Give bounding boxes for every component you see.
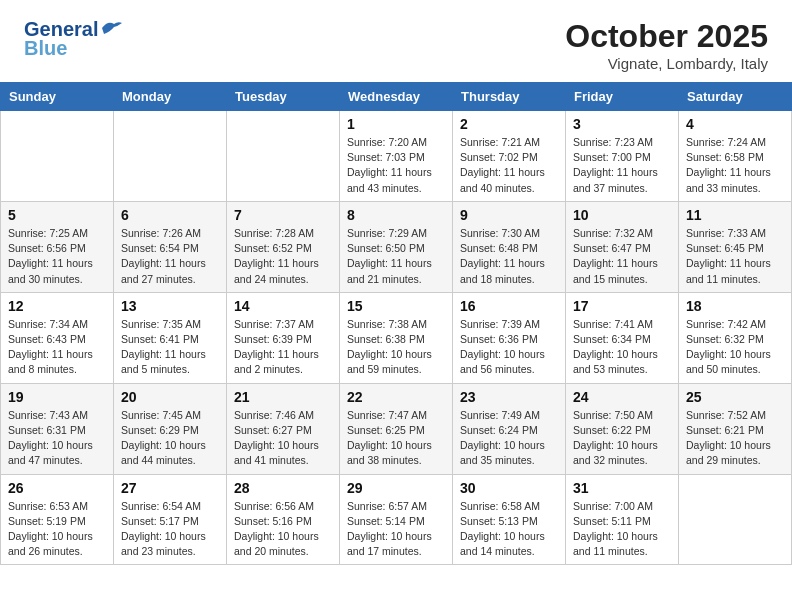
cell-info: Sunrise: 7:41 AM Sunset: 6:34 PM Dayligh… — [573, 317, 671, 378]
table-row: 3 Sunrise: 7:23 AM Sunset: 7:00 PM Dayli… — [566, 111, 679, 202]
cell-info: Sunrise: 7:37 AM Sunset: 6:39 PM Dayligh… — [234, 317, 332, 378]
table-row: 10 Sunrise: 7:32 AM Sunset: 6:47 PM Dayl… — [566, 201, 679, 292]
cell-info: Sunrise: 7:00 AM Sunset: 5:11 PM Dayligh… — [573, 499, 671, 560]
calendar-week-row: 19 Sunrise: 7:43 AM Sunset: 6:31 PM Dayl… — [1, 383, 792, 474]
col-friday: Friday — [566, 83, 679, 111]
cell-info: Sunrise: 6:58 AM Sunset: 5:13 PM Dayligh… — [460, 499, 558, 560]
calendar-week-row: 12 Sunrise: 7:34 AM Sunset: 6:43 PM Dayl… — [1, 292, 792, 383]
table-row: 25 Sunrise: 7:52 AM Sunset: 6:21 PM Dayl… — [679, 383, 792, 474]
day-number: 11 — [686, 207, 784, 223]
day-number: 4 — [686, 116, 784, 132]
table-row: 16 Sunrise: 7:39 AM Sunset: 6:36 PM Dayl… — [453, 292, 566, 383]
table-row: 15 Sunrise: 7:38 AM Sunset: 6:38 PM Dayl… — [340, 292, 453, 383]
cell-info: Sunrise: 7:28 AM Sunset: 6:52 PM Dayligh… — [234, 226, 332, 287]
month-title: October 2025 — [565, 18, 768, 55]
header-row: Sunday Monday Tuesday Wednesday Thursday… — [1, 83, 792, 111]
day-number: 27 — [121, 480, 219, 496]
day-number: 13 — [121, 298, 219, 314]
cell-info: Sunrise: 7:45 AM Sunset: 6:29 PM Dayligh… — [121, 408, 219, 469]
logo-bird-icon — [100, 20, 122, 36]
cell-info: Sunrise: 7:50 AM Sunset: 6:22 PM Dayligh… — [573, 408, 671, 469]
col-tuesday: Tuesday — [227, 83, 340, 111]
calendar-week-row: 5 Sunrise: 7:25 AM Sunset: 6:56 PM Dayli… — [1, 201, 792, 292]
day-number: 8 — [347, 207, 445, 223]
table-row: 29 Sunrise: 6:57 AM Sunset: 5:14 PM Dayl… — [340, 474, 453, 565]
col-saturday: Saturday — [679, 83, 792, 111]
col-monday: Monday — [114, 83, 227, 111]
day-number: 29 — [347, 480, 445, 496]
cell-info: Sunrise: 7:23 AM Sunset: 7:00 PM Dayligh… — [573, 135, 671, 196]
table-row: 9 Sunrise: 7:30 AM Sunset: 6:48 PM Dayli… — [453, 201, 566, 292]
cell-info: Sunrise: 7:38 AM Sunset: 6:38 PM Dayligh… — [347, 317, 445, 378]
cell-info: Sunrise: 7:26 AM Sunset: 6:54 PM Dayligh… — [121, 226, 219, 287]
table-row: 11 Sunrise: 7:33 AM Sunset: 6:45 PM Dayl… — [679, 201, 792, 292]
day-number: 26 — [8, 480, 106, 496]
table-row: 23 Sunrise: 7:49 AM Sunset: 6:24 PM Dayl… — [453, 383, 566, 474]
cell-info: Sunrise: 7:49 AM Sunset: 6:24 PM Dayligh… — [460, 408, 558, 469]
calendar-header: Sunday Monday Tuesday Wednesday Thursday… — [1, 83, 792, 111]
day-number: 1 — [347, 116, 445, 132]
day-number: 17 — [573, 298, 671, 314]
cell-info: Sunrise: 7:24 AM Sunset: 6:58 PM Dayligh… — [686, 135, 784, 196]
day-number: 28 — [234, 480, 332, 496]
table-row — [114, 111, 227, 202]
day-number: 6 — [121, 207, 219, 223]
calendar-body: 1 Sunrise: 7:20 AM Sunset: 7:03 PM Dayli… — [1, 111, 792, 565]
cell-info: Sunrise: 7:43 AM Sunset: 6:31 PM Dayligh… — [8, 408, 106, 469]
cell-info: Sunrise: 7:33 AM Sunset: 6:45 PM Dayligh… — [686, 226, 784, 287]
day-number: 16 — [460, 298, 558, 314]
day-number: 7 — [234, 207, 332, 223]
cell-info: Sunrise: 6:56 AM Sunset: 5:16 PM Dayligh… — [234, 499, 332, 560]
day-number: 12 — [8, 298, 106, 314]
cell-info: Sunrise: 6:54 AM Sunset: 5:17 PM Dayligh… — [121, 499, 219, 560]
day-number: 3 — [573, 116, 671, 132]
table-row: 31 Sunrise: 7:00 AM Sunset: 5:11 PM Dayl… — [566, 474, 679, 565]
table-row: 27 Sunrise: 6:54 AM Sunset: 5:17 PM Dayl… — [114, 474, 227, 565]
cell-info: Sunrise: 7:30 AM Sunset: 6:48 PM Dayligh… — [460, 226, 558, 287]
table-row: 30 Sunrise: 6:58 AM Sunset: 5:13 PM Dayl… — [453, 474, 566, 565]
day-number: 10 — [573, 207, 671, 223]
day-number: 25 — [686, 389, 784, 405]
table-row — [1, 111, 114, 202]
day-number: 19 — [8, 389, 106, 405]
col-sunday: Sunday — [1, 83, 114, 111]
cell-info: Sunrise: 7:46 AM Sunset: 6:27 PM Dayligh… — [234, 408, 332, 469]
table-row: 28 Sunrise: 6:56 AM Sunset: 5:16 PM Dayl… — [227, 474, 340, 565]
cell-info: Sunrise: 7:47 AM Sunset: 6:25 PM Dayligh… — [347, 408, 445, 469]
table-row: 21 Sunrise: 7:46 AM Sunset: 6:27 PM Dayl… — [227, 383, 340, 474]
table-row: 2 Sunrise: 7:21 AM Sunset: 7:02 PM Dayli… — [453, 111, 566, 202]
calendar-week-row: 1 Sunrise: 7:20 AM Sunset: 7:03 PM Dayli… — [1, 111, 792, 202]
table-row: 13 Sunrise: 7:35 AM Sunset: 6:41 PM Dayl… — [114, 292, 227, 383]
table-row — [227, 111, 340, 202]
cell-info: Sunrise: 7:34 AM Sunset: 6:43 PM Dayligh… — [8, 317, 106, 378]
logo-blue: Blue — [24, 37, 67, 60]
cell-info: Sunrise: 7:25 AM Sunset: 6:56 PM Dayligh… — [8, 226, 106, 287]
table-row: 1 Sunrise: 7:20 AM Sunset: 7:03 PM Dayli… — [340, 111, 453, 202]
col-wednesday: Wednesday — [340, 83, 453, 111]
day-number: 22 — [347, 389, 445, 405]
day-number: 9 — [460, 207, 558, 223]
calendar-week-row: 26 Sunrise: 6:53 AM Sunset: 5:19 PM Dayl… — [1, 474, 792, 565]
table-row: 12 Sunrise: 7:34 AM Sunset: 6:43 PM Dayl… — [1, 292, 114, 383]
cell-info: Sunrise: 6:53 AM Sunset: 5:19 PM Dayligh… — [8, 499, 106, 560]
table-row: 4 Sunrise: 7:24 AM Sunset: 6:58 PM Dayli… — [679, 111, 792, 202]
title-block: October 2025 Vignate, Lombardy, Italy — [565, 18, 768, 72]
cell-info: Sunrise: 7:42 AM Sunset: 6:32 PM Dayligh… — [686, 317, 784, 378]
day-number: 18 — [686, 298, 784, 314]
cell-info: Sunrise: 7:21 AM Sunset: 7:02 PM Dayligh… — [460, 135, 558, 196]
table-row — [679, 474, 792, 565]
day-number: 15 — [347, 298, 445, 314]
logo: General Blue — [24, 18, 122, 60]
page-header: General Blue October 2025 Vignate, Lomba… — [0, 0, 792, 82]
day-number: 14 — [234, 298, 332, 314]
calendar-table: Sunday Monday Tuesday Wednesday Thursday… — [0, 82, 792, 565]
table-row: 20 Sunrise: 7:45 AM Sunset: 6:29 PM Dayl… — [114, 383, 227, 474]
day-number: 21 — [234, 389, 332, 405]
cell-info: Sunrise: 7:32 AM Sunset: 6:47 PM Dayligh… — [573, 226, 671, 287]
table-row: 7 Sunrise: 7:28 AM Sunset: 6:52 PM Dayli… — [227, 201, 340, 292]
cell-info: Sunrise: 7:39 AM Sunset: 6:36 PM Dayligh… — [460, 317, 558, 378]
cell-info: Sunrise: 6:57 AM Sunset: 5:14 PM Dayligh… — [347, 499, 445, 560]
table-row: 14 Sunrise: 7:37 AM Sunset: 6:39 PM Dayl… — [227, 292, 340, 383]
cell-info: Sunrise: 7:29 AM Sunset: 6:50 PM Dayligh… — [347, 226, 445, 287]
table-row: 24 Sunrise: 7:50 AM Sunset: 6:22 PM Dayl… — [566, 383, 679, 474]
